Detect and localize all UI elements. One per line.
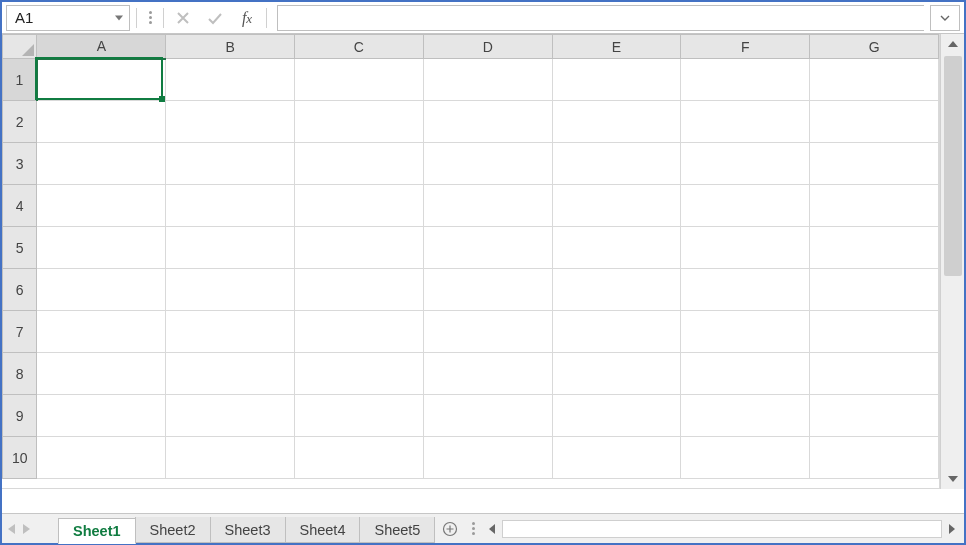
cell[interactable]	[37, 353, 166, 395]
cell[interactable]	[681, 437, 810, 479]
cell[interactable]	[423, 269, 552, 311]
column-header[interactable]: A	[37, 35, 166, 59]
new-sheet-button[interactable]	[434, 514, 466, 543]
column-header[interactable]: E	[552, 35, 681, 59]
cell[interactable]	[810, 353, 939, 395]
cell[interactable]	[295, 395, 424, 437]
column-header[interactable]: C	[295, 35, 424, 59]
cell[interactable]	[423, 59, 552, 101]
cell[interactable]	[423, 143, 552, 185]
tab-splitter-handle[interactable]	[466, 514, 480, 543]
name-box-resize-handle[interactable]	[143, 11, 157, 24]
cell[interactable]	[681, 395, 810, 437]
cell[interactable]	[810, 143, 939, 185]
cell[interactable]	[166, 269, 295, 311]
column-header[interactable]: G	[810, 35, 939, 59]
cell[interactable]	[552, 59, 681, 101]
cell[interactable]	[295, 143, 424, 185]
sheet-tab[interactable]: Sheet5	[359, 517, 435, 543]
formula-input[interactable]	[277, 5, 924, 31]
cell[interactable]	[37, 437, 166, 479]
sheet-tab[interactable]: Sheet1	[58, 518, 136, 544]
cell[interactable]	[810, 269, 939, 311]
cell[interactable]	[681, 59, 810, 101]
cell[interactable]	[810, 395, 939, 437]
column-header[interactable]: D	[423, 35, 552, 59]
cell[interactable]	[552, 227, 681, 269]
confirm-edit-button[interactable]	[202, 5, 228, 31]
cell[interactable]	[423, 227, 552, 269]
cell[interactable]	[37, 185, 166, 227]
cell[interactable]	[37, 227, 166, 269]
cell[interactable]	[552, 437, 681, 479]
row-header[interactable]: 8	[3, 353, 37, 395]
sheet-tab[interactable]: Sheet2	[135, 517, 211, 543]
horizontal-scrollbar[interactable]	[480, 514, 964, 543]
cell[interactable]	[37, 269, 166, 311]
cell[interactable]	[681, 353, 810, 395]
cell[interactable]	[681, 311, 810, 353]
cell[interactable]	[166, 101, 295, 143]
worksheet-grid[interactable]: A B C D E F G 1 2 3 4 5 6 7	[2, 34, 940, 489]
expand-formula-bar-button[interactable]	[930, 5, 960, 31]
row-header[interactable]: 9	[3, 395, 37, 437]
cell[interactable]	[166, 353, 295, 395]
scroll-down-button[interactable]	[941, 469, 965, 489]
cell[interactable]	[423, 437, 552, 479]
row-header[interactable]: 10	[3, 437, 37, 479]
scroll-right-button[interactable]	[942, 519, 962, 539]
cell[interactable]	[423, 353, 552, 395]
vertical-scrollbar[interactable]	[940, 34, 964, 489]
cell[interactable]	[681, 185, 810, 227]
cell[interactable]	[295, 185, 424, 227]
cell[interactable]	[810, 437, 939, 479]
cell[interactable]	[681, 143, 810, 185]
cell[interactable]	[423, 395, 552, 437]
cell[interactable]	[295, 227, 424, 269]
cell[interactable]	[810, 227, 939, 269]
cell[interactable]	[295, 353, 424, 395]
cell[interactable]	[295, 101, 424, 143]
cell[interactable]	[166, 59, 295, 101]
cell[interactable]	[810, 59, 939, 101]
cell[interactable]	[166, 185, 295, 227]
name-box[interactable]: A1	[6, 5, 130, 31]
cell[interactable]	[810, 311, 939, 353]
cell[interactable]	[37, 395, 166, 437]
cell[interactable]	[552, 395, 681, 437]
cell[interactable]	[166, 395, 295, 437]
tab-scroll-left-button[interactable]	[8, 524, 15, 534]
column-header[interactable]: F	[681, 35, 810, 59]
cell[interactable]	[681, 269, 810, 311]
cell[interactable]	[423, 185, 552, 227]
row-header[interactable]: 4	[3, 185, 37, 227]
row-header[interactable]: 6	[3, 269, 37, 311]
horizontal-scroll-thumb[interactable]	[503, 521, 941, 537]
scroll-left-button[interactable]	[482, 519, 502, 539]
cell[interactable]	[552, 269, 681, 311]
scroll-up-button[interactable]	[941, 34, 965, 54]
cell[interactable]	[37, 101, 166, 143]
cell[interactable]	[166, 437, 295, 479]
cell[interactable]	[166, 143, 295, 185]
vertical-scroll-thumb[interactable]	[944, 56, 962, 276]
cell[interactable]	[166, 227, 295, 269]
cell[interactable]	[552, 143, 681, 185]
row-header[interactable]: 1	[3, 59, 37, 101]
cell[interactable]	[552, 185, 681, 227]
cell[interactable]	[295, 269, 424, 311]
cell[interactable]	[166, 311, 295, 353]
cancel-edit-button[interactable]	[170, 5, 196, 31]
cell[interactable]	[681, 227, 810, 269]
row-header[interactable]: 5	[3, 227, 37, 269]
tab-scroll-right-button[interactable]	[23, 524, 30, 534]
insert-function-button[interactable]: fx	[234, 5, 260, 31]
cell[interactable]	[295, 59, 424, 101]
row-header[interactable]: 2	[3, 101, 37, 143]
cell[interactable]	[295, 311, 424, 353]
select-all-corner[interactable]	[3, 35, 37, 59]
sheet-tab[interactable]: Sheet3	[210, 517, 286, 543]
row-header[interactable]: 7	[3, 311, 37, 353]
cell[interactable]	[295, 437, 424, 479]
cell[interactable]	[423, 101, 552, 143]
